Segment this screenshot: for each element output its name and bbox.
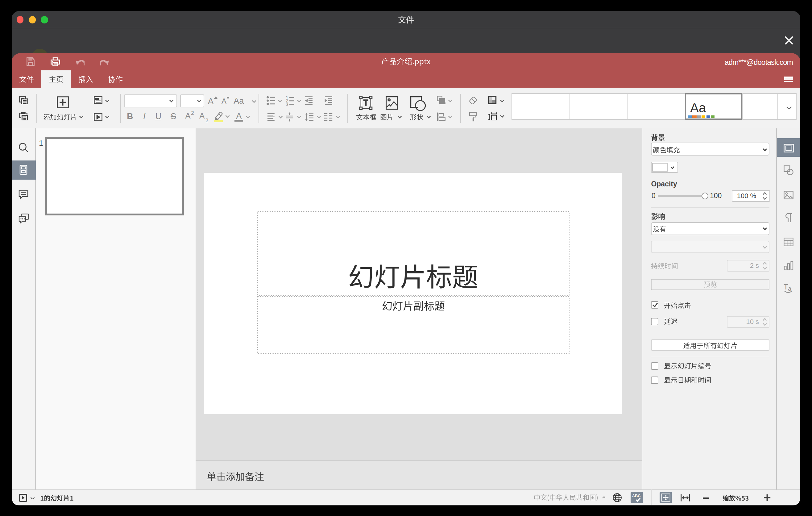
- svg-text:ABC: ABC: [632, 493, 641, 498]
- svg-text:3: 3: [286, 101, 288, 105]
- svg-text:T: T: [783, 282, 788, 291]
- svg-text:a: a: [788, 285, 791, 292]
